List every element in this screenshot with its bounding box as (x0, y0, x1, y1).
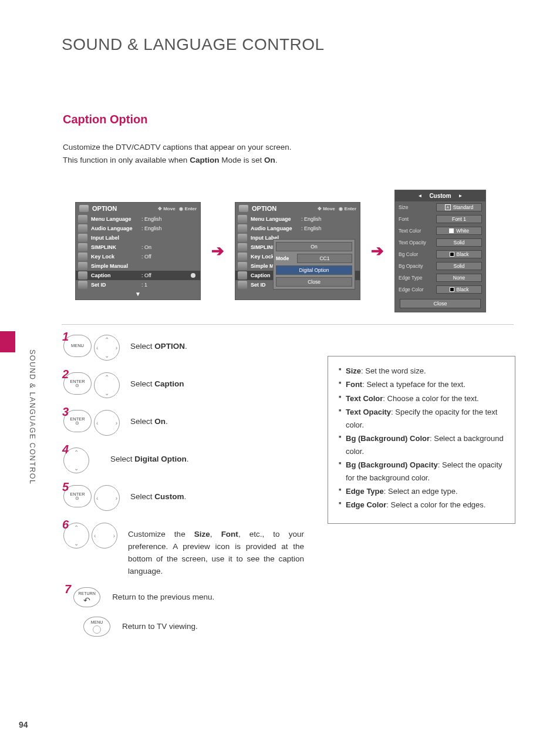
info-box: Size: Set the word size. Font: Select a … (328, 356, 515, 524)
row-icon (238, 253, 247, 261)
osd-row-selected[interactable]: Caption: Off (76, 271, 200, 280)
left-arrow-icon[interactable]: ◄ (417, 193, 422, 198)
row-icon (78, 281, 87, 289)
custom-value: White (436, 227, 482, 235)
custom-row-size[interactable]: SizeAStandard (395, 201, 485, 213)
left-arrow-icon: ‹ (94, 533, 96, 539)
intro-bold-on: On (264, 156, 275, 164)
t-bold: Size (194, 530, 210, 539)
right-arrow-icon[interactable]: ► (458, 193, 463, 198)
row-icon (78, 224, 87, 233)
side-tab-label: SOUND & LANGUAGE CONTROL (28, 349, 36, 484)
move-label: Move (323, 206, 335, 211)
remote-dpad-horizontal[interactable]: ‹ › (94, 410, 120, 436)
up-arrow-icon: ⌃ (74, 449, 79, 456)
button-label: MENU (91, 620, 103, 624)
up-arrow-icon: ⌃ (104, 374, 109, 381)
t: Select (130, 492, 154, 501)
remote-dpad-horizontal[interactable]: ‹ › (94, 485, 120, 511)
row-label: Caption (91, 272, 141, 278)
t-bold: Caption (154, 379, 184, 388)
t-bold: On (154, 417, 166, 426)
flow-arrow-icon: ➔ (371, 242, 384, 260)
t: . (185, 342, 187, 351)
t: . (187, 455, 189, 463)
custom-label: Bg Opacity (399, 263, 433, 269)
info-item-bg-color: Bg (Background) Color: Select a backgrou… (339, 432, 505, 457)
section-title: Caption Option (63, 113, 560, 126)
circle-icon (93, 625, 101, 634)
custom-label: Bg Color (399, 251, 433, 257)
row-icon (78, 243, 87, 251)
osd-foot-spacer (235, 290, 360, 300)
popup-mode-row[interactable]: ModeCC1 (276, 254, 352, 263)
row-icon (238, 262, 247, 270)
step-2: 2 ENTER⊙ ⌃ ⌄ Select Caption (63, 372, 310, 398)
steps-list: 1 MENU ⌃ ⌄ ‹ › Select OPTION. 2 ENTER⊙ ⌃… (63, 335, 310, 590)
remote-return-button[interactable]: RETURN ↶ (73, 587, 100, 607)
right-arrow-icon: › (116, 495, 117, 502)
row-icon (78, 234, 87, 242)
custom-row-font[interactable]: FontFont 1 (395, 213, 485, 225)
custom-value: AStandard (436, 203, 482, 211)
step-number: 6 (62, 518, 69, 531)
popup-close-button[interactable]: Close (276, 277, 352, 287)
button-label: ENTER⊙ (70, 492, 85, 501)
custom-row-edge-color[interactable]: Edge ColorBlack (395, 284, 485, 295)
popup-on-row[interactable]: On (276, 242, 352, 251)
row-icon (238, 234, 247, 242)
osd-row[interactable]: Menu Language: English (76, 214, 200, 224)
row-label: Audio Language (91, 226, 141, 231)
color-swatch-icon (450, 287, 454, 292)
t-bold: Digital Option (134, 455, 187, 463)
custom-label: Text Color (399, 228, 433, 234)
custom-title: Custom (429, 193, 451, 199)
osd-row[interactable]: Audio Language: English (76, 224, 200, 233)
t-bold: Custom (154, 492, 184, 501)
remote-dpad-vertical[interactable]: ⌃ ⌄ (94, 372, 120, 398)
custom-row-text-opacity[interactable]: Text OpacitySolid (395, 237, 485, 248)
osd-panels-row: OPTION ✥ Move ◉ Enter Menu Language: Eng… (75, 190, 560, 312)
osd-row[interactable]: Set ID: 1 (76, 280, 200, 290)
osd-row[interactable]: Audio Language: English (235, 224, 360, 233)
row-value: : 1 (141, 282, 147, 288)
info-term: Bg (Background) Opacity (346, 460, 438, 469)
row-label: Audio Language (251, 226, 301, 231)
osd-row[interactable]: Key Lock: Off (76, 252, 200, 261)
osd-row[interactable]: Menu Language: English (235, 214, 360, 224)
osd-hints: ✥ Move ◉ Enter (158, 206, 197, 211)
custom-row-bg-color[interactable]: Bg ColorBlack (395, 248, 485, 260)
row-icon (78, 271, 87, 280)
osd-scroll-down-icon: ▼ (76, 290, 200, 300)
bl: ENTER (70, 492, 85, 497)
cv-text: Standard (453, 204, 474, 210)
row-label: Menu Language (91, 216, 141, 222)
info-item-text-color: Text Color: Choose a color for the text. (339, 392, 505, 405)
custom-row-text-color[interactable]: Text ColorWhite (395, 225, 485, 237)
t: Select (130, 342, 154, 351)
row-icon (238, 243, 247, 251)
row-icon (238, 281, 247, 289)
cv-text: White (456, 228, 469, 234)
osd-row[interactable]: Simple Manual (76, 261, 200, 271)
step-8: MENU Return to TV viewing. (63, 617, 214, 637)
step-text: Return to the previous menu. (112, 591, 214, 604)
remote-menu-button[interactable]: MENU (83, 617, 110, 637)
step-7: 7 RETURN ↶ Return to the previous menu. (63, 587, 214, 607)
custom-close-button[interactable]: Close (400, 299, 481, 308)
osd-row[interactable]: SIMPLINK: On (76, 243, 200, 252)
custom-row-edge-type[interactable]: Edge TypeNone (395, 272, 485, 284)
osd-row[interactable]: Input Label (76, 233, 200, 243)
custom-label: Font (399, 216, 433, 222)
color-swatch-icon (450, 252, 454, 257)
custom-label: Edge Type (399, 275, 433, 281)
left-arrow-icon: ‹ (96, 495, 98, 502)
t: Select (110, 455, 134, 463)
left-arrow-icon: ‹ (96, 420, 98, 426)
intro-text-frag: Mode is set (219, 156, 264, 164)
right-arrow-icon: › (113, 533, 115, 539)
popup-digital-row[interactable]: Digital Option (276, 265, 352, 275)
custom-row-bg-opacity[interactable]: Bg OpacitySolid (395, 260, 485, 272)
remote-dpad-button[interactable]: ⌃ ⌄ ‹ › (94, 335, 120, 361)
remote-dpad-horizontal[interactable]: ‹ › (92, 523, 117, 549)
